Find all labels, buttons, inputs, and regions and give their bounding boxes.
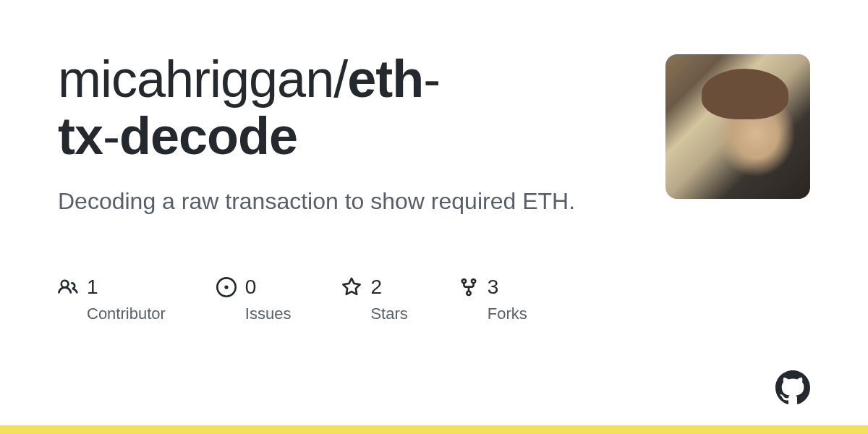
contributors-label: Contributor	[87, 305, 166, 323]
repo-name-part-1: eth	[347, 50, 423, 108]
contributors-value: 1	[87, 276, 98, 299]
repo-owner: micahriggan	[58, 50, 333, 108]
fork-icon	[459, 277, 479, 297]
issue-icon	[216, 277, 237, 297]
star-icon	[341, 277, 362, 297]
repo-name-part-3: decode	[119, 107, 297, 165]
stat-issues: 0 Issues	[216, 276, 292, 323]
forks-label: Forks	[488, 305, 527, 323]
header-row: micahriggan/eth-tx-decode Decoding a raw…	[58, 51, 810, 218]
title-block: micahriggan/eth-tx-decode Decoding a raw…	[58, 51, 637, 218]
stat-forks: 3 Forks	[459, 276, 527, 323]
stars-value: 2	[370, 276, 382, 299]
repo-name-part-2: tx	[58, 107, 103, 165]
language-color-bar	[0, 425, 868, 434]
repo-description: Decoding a raw transaction to show requi…	[58, 185, 637, 218]
social-card: micahriggan/eth-tx-decode Decoding a raw…	[0, 0, 868, 434]
github-logo-icon	[775, 370, 810, 405]
stats-row: 1 Contributor 0 Issues 2 Stars	[58, 276, 810, 323]
stat-stars: 2 Stars	[341, 276, 407, 323]
forks-value: 3	[488, 276, 499, 299]
repo-title: micahriggan/eth-tx-decode	[58, 51, 637, 165]
people-icon	[58, 277, 78, 297]
issues-label: Issues	[245, 305, 292, 323]
stars-label: Stars	[370, 305, 407, 323]
stat-contributors: 1 Contributor	[58, 276, 166, 323]
issues-value: 0	[245, 276, 257, 299]
owner-avatar	[665, 54, 810, 199]
